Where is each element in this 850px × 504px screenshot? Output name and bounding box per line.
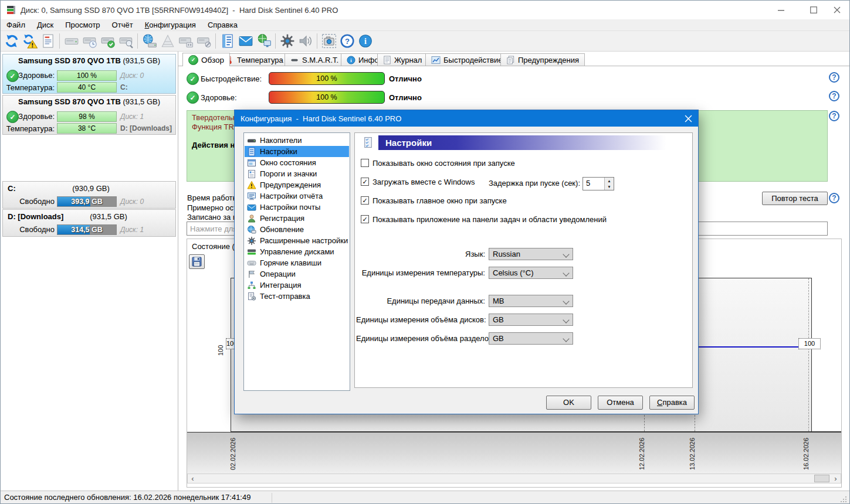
config-nav-advanced[interactable]: Расширенные настройки [245, 235, 349, 246]
checkbox-show-in-taskbar[interactable]: ✓ [361, 215, 369, 223]
disk-check-icon[interactable] [99, 33, 117, 50]
scroll-thumb[interactable] [814, 475, 829, 482]
refresh-warning-icon[interactable] [21, 33, 39, 50]
config-nav-alerts[interactable]: Предупреждения [245, 179, 349, 190]
transfer-units-select[interactable]: MB [489, 295, 573, 307]
temp-label: Температура: [3, 124, 55, 133]
help-button[interactable]: Справка [649, 396, 695, 410]
sound-icon[interactable] [296, 33, 314, 50]
raid-icon[interactable] [158, 33, 177, 50]
performance-bar: 100 % [269, 72, 385, 85]
network-drive-icon[interactable] [140, 33, 158, 50]
config-settings-panel: Настройки Показывать окно состояния при … [354, 132, 693, 388]
help-icon[interactable]: ? [338, 33, 356, 50]
config-nav-thresholds[interactable]: Пороги и значки [245, 168, 349, 179]
config-nav-settings[interactable]: Настройки [245, 146, 349, 157]
scroll-left-icon[interactable]: ‹ [188, 474, 198, 483]
menu-file[interactable]: Файл [1, 19, 31, 31]
save-chart-button[interactable] [189, 254, 205, 269]
config-nav-status-window[interactable]: Окно состояния [245, 157, 349, 168]
spin-down-icon[interactable]: ▼ [605, 184, 614, 190]
menu-configuration[interactable]: Конфигурация [139, 19, 202, 31]
help-performance-icon[interactable]: ? [829, 72, 839, 83]
disk-panel-0[interactable]: Samsung SSD 870 QVO 1TB (931,5 GB) ✓ Здо… [2, 54, 176, 94]
config-nav-list: Накопители Настройки Окно состояния Поро… [243, 132, 350, 391]
document-icon [383, 56, 391, 64]
config-nav-hotkeys[interactable]: Горячие клавиши [245, 257, 349, 268]
menu-report[interactable]: Отчёт [106, 19, 139, 31]
disk-search-icon[interactable] [117, 33, 135, 50]
volume-letter: C: [120, 83, 128, 91]
settings-icon[interactable] [278, 33, 296, 50]
written-label: Записано за во [187, 213, 241, 222]
scroll-right-icon[interactable]: › [831, 474, 841, 483]
close-button[interactable] [824, 1, 850, 19]
dialog-close-icon[interactable] [678, 110, 698, 127]
config-nav-update[interactable]: Обновление [245, 224, 349, 235]
report-icon[interactable] [39, 33, 57, 50]
checkbox-show-main-window[interactable]: ✓ [361, 196, 369, 205]
checkbox-start-with-windows[interactable]: ✓ [361, 178, 369, 186]
config-nav-operations[interactable]: Операции [245, 268, 349, 280]
tab-journal[interactable]: Журнал [377, 53, 428, 66]
tab-smart[interactable]: S.M.A.R.T. [285, 53, 344, 66]
disk-icon[interactable] [62, 33, 80, 50]
settings-doc-icon [247, 147, 256, 156]
startup-delay-spinner[interactable]: 5 ▲▼ [583, 177, 614, 190]
tab-performance[interactable]: Быстродействие [425, 53, 508, 66]
volume-panel-d[interactable]: D: [Downloads] (931,5 GB) Свободно 314,5… [2, 209, 176, 237]
chart-hscrollbar[interactable]: ‹ › [187, 474, 841, 483]
disk-connect-icon[interactable] [177, 33, 195, 50]
volume-panel-c[interactable]: C: (930,9 GB) Свободно 393,9 GB Диск: 0 [2, 181, 176, 209]
refresh-icon[interactable] [2, 33, 21, 50]
language-select[interactable]: Russian [489, 248, 573, 260]
chart-date-strip [187, 432, 841, 474]
spinner-buttons[interactable]: ▲▼ [604, 178, 614, 190]
log-icon[interactable] [218, 33, 236, 50]
menu-help[interactable]: Справка [202, 19, 243, 31]
disk-clock-icon[interactable] [80, 33, 99, 50]
menu-disk[interactable]: Диск [31, 19, 59, 31]
tab-warnings[interactable]: Предупреждения [500, 53, 585, 66]
health-label: Здоровье: [9, 112, 55, 121]
keyboard-icon [247, 258, 256, 268]
help-health-icon[interactable]: ? [829, 91, 839, 101]
retest-button[interactable]: Повтор теста [762, 192, 828, 205]
network-icon[interactable] [255, 33, 273, 50]
disk-units-select[interactable]: GB [489, 314, 573, 326]
app-icon [6, 5, 16, 15]
config-nav-disk-management[interactable]: Управление дисками [245, 246, 349, 257]
disk-title: Samsung SSD 870 QVO 1TB (931,5 GB) [3, 56, 175, 65]
tab-overview[interactable]: ✓ Обзор [182, 53, 230, 66]
health-label: Здоровье: [201, 93, 237, 102]
config-nav-report-settings[interactable]: Настройки отчёта [245, 190, 349, 202]
info-icon[interactable]: i [356, 33, 374, 50]
chart-date-label: 02.02.2026 [229, 438, 236, 470]
disk-panel-1[interactable]: Samsung SSD 870 QVO 1TB (931,5 GB) ✓ Здо… [2, 95, 176, 135]
cancel-button[interactable]: Отмена [598, 396, 643, 410]
window-title: Диск: 0, Samsung SSD 870 QVO 1TB [S5RRNF… [21, 6, 338, 15]
globe-pc-icon [247, 225, 256, 234]
config-nav-test-send[interactable]: Тест-отправка [245, 291, 349, 302]
checkbox-show-status-window[interactable] [361, 159, 369, 167]
spin-up-icon[interactable]: ▲ [605, 178, 614, 184]
help-retest-icon[interactable]: ? [829, 193, 839, 203]
screenshot-icon[interactable] [320, 33, 338, 50]
config-nav-drives[interactable]: Накопители [245, 135, 349, 146]
resize-grip-icon[interactable] [840, 496, 848, 503]
partition-units-select[interactable]: GB [489, 332, 573, 345]
help-notice-icon[interactable]: ? [829, 111, 839, 121]
minimize-button[interactable] [767, 1, 794, 19]
chevron-down-icon [563, 316, 569, 323]
email-icon[interactable] [236, 33, 255, 50]
config-nav-registration[interactable]: Регистрация [245, 213, 349, 224]
title-bar: Диск: 0, Samsung SSD 870 QVO 1TB [S5RRNF… [1, 1, 849, 19]
disk-tools-icon[interactable] [195, 33, 213, 50]
menu-view[interactable]: Просмотр [59, 19, 106, 31]
ok-button[interactable]: OK [546, 396, 591, 410]
pages-icon [506, 56, 515, 64]
temp-units-select[interactable]: Celsius (°C) [489, 267, 573, 279]
dialog-title-bar[interactable]: Конфигурация - Hard Disk Sentinel 6.40 P… [235, 110, 698, 127]
config-nav-mail-settings[interactable]: Настройки почты [245, 202, 349, 213]
config-nav-integration[interactable]: Интеграция [245, 280, 349, 291]
